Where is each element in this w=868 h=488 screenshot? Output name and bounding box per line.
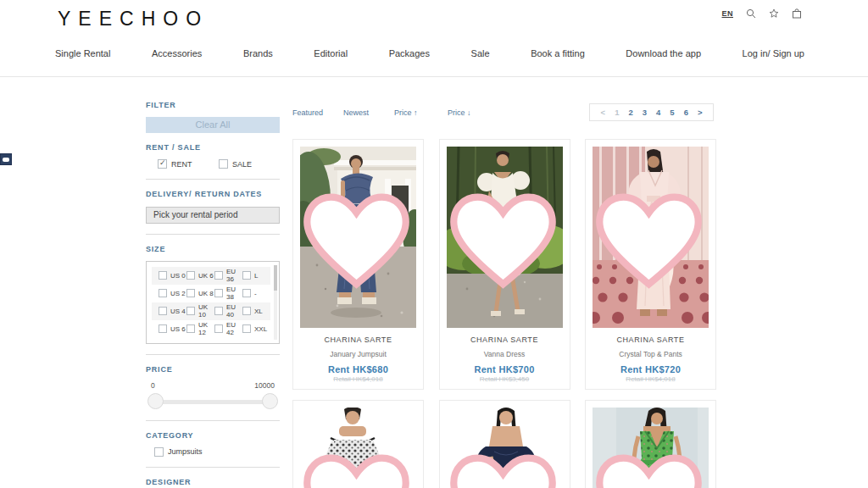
size-checkbox[interactable] [186, 289, 195, 297]
size-checkbox[interactable] [186, 271, 195, 280]
size-label: EU 36 [226, 268, 242, 283]
size-eu38[interactable]: EU 38 [214, 286, 242, 301]
size-label: XXL [254, 325, 267, 333]
size-us4[interactable]: US 4 [159, 307, 186, 315]
size-us6[interactable]: US 6 [159, 324, 186, 333]
page-4[interactable]: 4 [652, 108, 665, 117]
product-card-green-romper[interactable] [585, 400, 716, 488]
product-card-lace-dress[interactable] [292, 400, 424, 488]
sale-checkbox[interactable] [219, 159, 228, 169]
nav-brands[interactable]: Brands [243, 48, 273, 58]
page-6[interactable]: 6 [679, 108, 693, 117]
nav-book-a-fitting[interactable]: Book a fitting [531, 48, 585, 58]
size-us0[interactable]: US 0 [159, 271, 186, 280]
page-prev[interactable]: < [596, 108, 610, 117]
clear-all-button[interactable]: Clear All [146, 117, 280, 133]
rent-checkbox-row[interactable]: RENT [158, 159, 219, 169]
logo[interactable]: YEECHOO [58, 8, 209, 30]
size-checkbox[interactable] [159, 289, 167, 297]
language-selector[interactable]: EN [721, 9, 733, 18]
sale-label: SALE [232, 160, 252, 169]
size-checkbox[interactable] [242, 307, 251, 315]
product-card-january-jumpsuit[interactable]: CHARINA SARTE January Jumpsuit Rent HK$6… [292, 139, 424, 390]
size-uk6[interactable]: UK 6 [186, 271, 214, 280]
size-eu40[interactable]: EU 40 [214, 303, 242, 319]
size-scrollbar[interactable] [274, 265, 277, 340]
nav-download-app[interactable]: Download the app [626, 48, 701, 58]
product-brand[interactable]: CHARINA SARTE [593, 336, 709, 344]
size-uk8[interactable]: UK 8 [186, 289, 214, 297]
product-brand[interactable]: CHARINA SARTE [300, 336, 416, 344]
price-slider-handle-min[interactable] [147, 393, 164, 409]
size-checkbox[interactable] [242, 324, 251, 333]
size-checkbox[interactable] [186, 324, 195, 333]
size-checkbox[interactable] [242, 289, 251, 297]
category-jumpsuits-row[interactable]: Jumpsuits [146, 447, 280, 457]
nav-login-signup[interactable]: Log in/ Sign up [743, 48, 804, 58]
size-checkbox[interactable] [159, 307, 167, 315]
size-eu42[interactable]: EU 42 [214, 321, 242, 336]
sort-price-desc[interactable]: Price ↓ [448, 108, 498, 117]
size-checkbox[interactable] [159, 271, 167, 280]
wishlist-star-icon[interactable] [769, 8, 779, 19]
sort-featured[interactable]: Featured [292, 108, 343, 117]
nav-packages[interactable]: Packages [389, 48, 430, 58]
wishlist-heart-icon[interactable] [300, 411, 415, 488]
size-label: - [254, 290, 257, 297]
page-5[interactable]: 5 [665, 108, 679, 117]
search-icon[interactable] [746, 8, 756, 19]
size-checkbox[interactable] [242, 271, 251, 280]
size-checkbox[interactable] [186, 307, 195, 315]
sort-newest[interactable]: Newest [343, 108, 394, 117]
price-slider-handle-max[interactable] [262, 393, 278, 409]
product-card-navy-dress[interactable] [439, 400, 570, 488]
wishlist-heart-icon[interactable] [593, 411, 707, 488]
wishlist-heart-icon[interactable] [447, 150, 561, 328]
size-eu36[interactable]: EU 36 [214, 268, 242, 283]
size-label: UK 6 [198, 272, 214, 280]
size-row: US 4 UK 10 EU 40 XL [152, 302, 270, 320]
size-checkbox[interactable] [214, 324, 223, 333]
size-checkbox[interactable] [214, 289, 223, 297]
size-xl[interactable]: XL [242, 307, 270, 315]
wishlist-heart-icon[interactable] [447, 411, 561, 488]
size-checkbox[interactable] [159, 324, 167, 333]
nav-accessories[interactable]: Accessories [152, 48, 202, 58]
nav-sale[interactable]: Sale [471, 48, 490, 58]
product-name[interactable]: Vanna Dress [447, 350, 563, 358]
price-slider-track[interactable] [154, 400, 271, 404]
size-checkbox[interactable] [214, 271, 223, 280]
chat-tab[interactable] [0, 153, 12, 165]
product-card-vanna-dress[interactable]: CHARINA SARTE Vanna Dress Rent HK$700 Re… [439, 139, 570, 390]
size-us2[interactable]: US 2 [159, 289, 186, 297]
size-m[interactable]: - [242, 289, 270, 297]
page-1-current[interactable]: 1 [610, 108, 624, 117]
page-3[interactable]: 3 [637, 108, 651, 117]
sort-price-asc[interactable]: Price ↑ [394, 108, 448, 117]
product-name[interactable]: Crystal Top & Pants [593, 350, 709, 358]
product-brand[interactable]: CHARINA SARTE [447, 336, 563, 344]
page-next[interactable]: > [693, 108, 707, 117]
sale-checkbox-row[interactable]: SALE [219, 159, 280, 169]
page-2[interactable]: 2 [624, 108, 637, 117]
price-slider[interactable] [147, 393, 278, 410]
product-name[interactable]: January Jumpsuit [300, 350, 416, 358]
product-info: CHARINA SARTE Crystal Top & Pants Rent H… [593, 336, 709, 383]
jumpsuits-checkbox[interactable] [154, 447, 164, 457]
price-min-label: 0 [151, 381, 155, 390]
size-xxl[interactable]: XXL [242, 324, 270, 333]
wishlist-heart-icon[interactable] [300, 150, 415, 328]
rental-period-input[interactable] [146, 207, 280, 224]
nav-single-rental[interactable]: Single Rental [55, 48, 110, 58]
rent-sale-title: RENT / SALE [146, 143, 280, 152]
nav-editorial[interactable]: Editorial [314, 48, 348, 58]
size-l[interactable]: L [242, 271, 270, 280]
cart-bag-icon[interactable] [792, 8, 802, 19]
size-uk12[interactable]: UK 12 [186, 321, 214, 336]
size-uk10[interactable]: UK 10 [186, 303, 214, 319]
product-card-crystal-top-pants[interactable]: CHARINA SARTE Crystal Top & Pants Rent H… [585, 139, 716, 390]
wishlist-heart-icon[interactable] [593, 150, 707, 328]
size-checkbox[interactable] [214, 307, 223, 315]
size-scrollbar-thumb[interactable] [274, 265, 277, 291]
rent-checkbox[interactable] [158, 159, 167, 169]
